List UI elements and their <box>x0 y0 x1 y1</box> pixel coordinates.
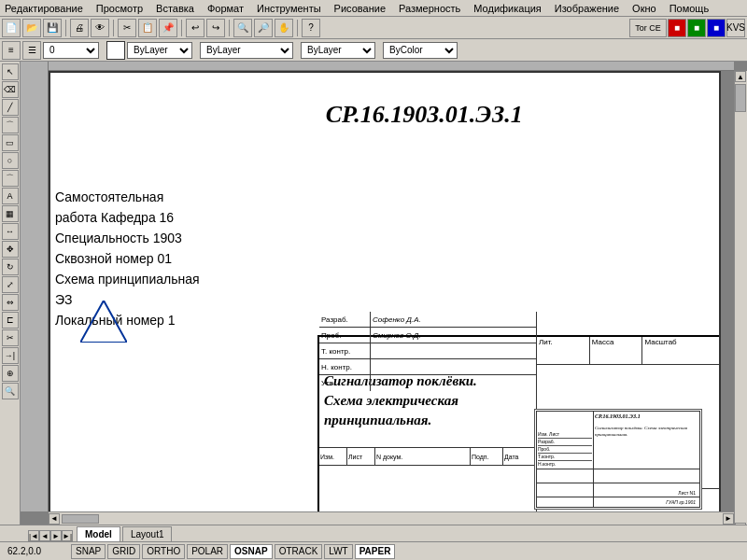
mass-cell: Масса <box>590 337 643 364</box>
circle-tool[interactable]: ○ <box>2 152 19 169</box>
otrack-toggle[interactable]: OTRACK <box>275 544 323 559</box>
thumb-tkont: Т.контр. <box>538 454 592 461</box>
icon4[interactable]: KVS <box>726 19 745 37</box>
horizontal-scrollbar[interactable]: ◄ ► <box>49 511 734 525</box>
scroll-left-btn[interactable]: ◄ <box>49 513 60 525</box>
select-tool[interactable]: ↖ <box>2 63 19 80</box>
menu-dim[interactable]: Размерность <box>396 3 463 14</box>
tab-prev-btn[interactable]: ◄ <box>39 530 50 541</box>
color-combo[interactable]: ByLayer <box>127 42 192 59</box>
line-tool[interactable]: ╱ <box>2 99 19 116</box>
layer-state-button[interactable]: ☰ <box>22 41 41 60</box>
zoom-prev-button[interactable]: 🔎 <box>254 19 273 37</box>
icon2[interactable]: ■ <box>687 19 706 37</box>
menu-modify[interactable]: Модификация <box>471 3 544 14</box>
toolbar-standard: 📄 📂 💾 🖨 👁 ✂ 📋 📌 ↩ ↪ 🔍 🔎 ✋ ? Tor CE ■ ■ ■… <box>0 17 747 39</box>
extend-tool[interactable]: →| <box>2 347 19 364</box>
preview-button[interactable]: 👁 <box>91 19 109 37</box>
canvas-area[interactable]: СР.16.1903.01.ЭЗ.1 Самостоятельная работ… <box>21 62 747 525</box>
layer-combo[interactable]: 0 <box>43 42 99 59</box>
lwt-toggle[interactable]: LWT <box>324 544 352 559</box>
arc-tool[interactable]: ⌒ <box>2 170 19 187</box>
polar-toggle[interactable]: POLAR <box>187 544 228 559</box>
thumb-labels: Изм. Лист Разраб. Проб. Т.контр. Н.контр… <box>537 430 593 469</box>
open-button[interactable]: 📂 <box>22 19 41 37</box>
left-toolbar: ↖ ⌫ ╱ ⌒ ▭ ○ ⌒ A ▦ ↔ ✥ ↻ ⤢ ⇔ ⊏ ✂ →| ⊕ 🔍 <box>0 62 21 525</box>
copy-button[interactable]: 📋 <box>138 19 157 37</box>
thumb-line3 <box>537 497 699 497</box>
new-button[interactable]: 📄 <box>2 19 21 37</box>
list-header: Лист <box>347 448 375 465</box>
scroll-up-btn[interactable]: ▲ <box>735 71 746 82</box>
menu-edit[interactable]: Редактирование <box>2 3 86 14</box>
zoom-win-button[interactable]: 🔍 <box>233 19 252 37</box>
personnel-area <box>319 466 537 517</box>
erase-tool[interactable]: ⌫ <box>2 81 19 98</box>
layer-props-button[interactable]: ≡ <box>2 41 21 60</box>
grid-toggle[interactable]: GRID <box>107 544 140 559</box>
scroll-thumb-v[interactable] <box>735 84 746 112</box>
color-icon <box>106 41 125 60</box>
nkont-row: Н. контр. <box>319 359 536 375</box>
lit-cell: Лит. <box>537 337 590 364</box>
mirror-tool[interactable]: ⇔ <box>2 294 19 311</box>
icon3[interactable]: ■ <box>707 19 726 37</box>
scale-tool[interactable]: ⤢ <box>2 276 19 293</box>
masshtab-cell: Масштаб <box>642 337 719 364</box>
tab-model[interactable]: Model <box>77 526 120 541</box>
plotstyle-combo[interactable]: ByColor <box>383 42 458 59</box>
move-tool[interactable]: ✥ <box>2 241 19 258</box>
dim-tool[interactable]: ↔ <box>2 223 19 240</box>
hatch-tool[interactable]: ▦ <box>2 205 19 222</box>
snap-tool[interactable]: ⊕ <box>2 365 19 382</box>
ruler-left <box>21 62 49 511</box>
trim-tool[interactable]: ✂ <box>2 329 19 346</box>
menu-draw[interactable]: Рисование <box>331 3 388 14</box>
cut-button[interactable]: ✂ <box>118 19 136 37</box>
tor-ce-label: Tor CE <box>629 19 667 37</box>
pan-button[interactable]: ✋ <box>275 19 293 37</box>
scroll-right-btn[interactable]: ► <box>723 513 734 525</box>
print-button[interactable]: 🖨 <box>70 19 89 37</box>
menu-tools[interactable]: Инструменты <box>254 3 324 14</box>
izm-header: Изм. <box>319 448 347 465</box>
scroll-thumb-h[interactable] <box>62 514 99 524</box>
menu-format[interactable]: Формат <box>204 3 247 14</box>
paper-toggle[interactable]: PAPER <box>355 544 396 559</box>
menu-help[interactable]: Помощь <box>667 3 712 14</box>
personnel-rows: Разраб. Софенко Д.А. Проб. Смирнов О.Д. <box>319 312 537 391</box>
help-button[interactable]: ? <box>302 19 320 37</box>
doc-number-title: СР.16.1903.01.ЭЗ.1 <box>326 101 523 129</box>
zoom-tool[interactable]: 🔍 <box>2 383 19 399</box>
icon1[interactable]: ■ <box>668 19 686 37</box>
menu-insert[interactable]: Вставка <box>153 3 197 14</box>
paste-button[interactable]: 📌 <box>159 19 177 37</box>
rotate-tool[interactable]: ↻ <box>2 259 19 275</box>
tab-last-btn[interactable]: ►| <box>62 530 73 541</box>
text-tool[interactable]: A <box>2 188 19 204</box>
utv-value <box>371 375 536 391</box>
linetype-combo[interactable]: ByLayer <box>200 42 293 59</box>
osnap-toggle[interactable]: OSNAP <box>230 544 273 559</box>
tab-first-btn[interactable]: |◄ <box>28 530 39 541</box>
menu-view[interactable]: Просмотр <box>93 3 146 14</box>
scroll-down-btn[interactable]: ▼ <box>735 523 746 525</box>
undo-button[interactable]: ↩ <box>186 19 204 37</box>
redo-button[interactable]: ↪ <box>206 19 225 37</box>
tab-layout1[interactable]: Layout1 <box>122 526 173 541</box>
tab-next-btn[interactable]: ► <box>50 530 62 541</box>
annot-line1: Самостоятельная <box>55 187 200 207</box>
offset-tool[interactable]: ⊏ <box>2 312 19 329</box>
header-row: Изм. Лист N докум. Подп. Дата <box>319 447 537 466</box>
drawing-paper: СР.16.1903.01.ЭЗ.1 Самостоятельная работ… <box>49 71 721 519</box>
lineweight-combo[interactable]: ByLayer <box>301 42 375 59</box>
menu-window[interactable]: Окно <box>629 3 659 14</box>
rect-tool[interactable]: ▭ <box>2 134 19 151</box>
snap-toggle[interactable]: SNAP <box>71 544 106 559</box>
vertical-scrollbar[interactable]: ▲ ▼ <box>734 71 747 525</box>
menu-image[interactable]: Изображение <box>552 3 622 14</box>
save-button[interactable]: 💾 <box>43 19 62 37</box>
separator4 <box>229 20 230 36</box>
ortho-toggle[interactable]: ORTHO <box>142 544 185 559</box>
polyline-tool[interactable]: ⌒ <box>2 117 19 133</box>
